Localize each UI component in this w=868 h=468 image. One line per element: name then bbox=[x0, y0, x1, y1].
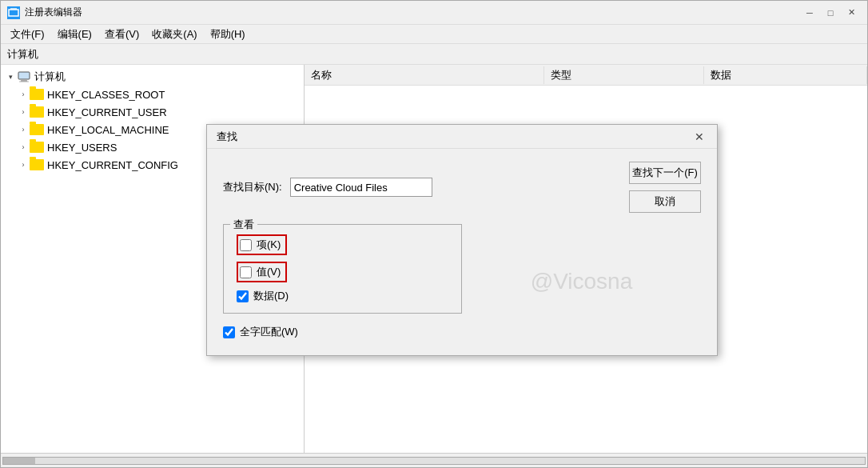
tree-item-label-1: HKEY_CURRENT_USER bbox=[47, 106, 167, 118]
checkbox-item-highlight: 项(K) bbox=[237, 234, 287, 255]
tree-root[interactable]: ▾ 计算机 bbox=[1, 68, 304, 86]
search-label: 查找目标(N): bbox=[223, 180, 282, 194]
col-header-type: 类型 bbox=[544, 66, 704, 84]
folder-icon-1 bbox=[30, 106, 44, 118]
folder-icon-0 bbox=[30, 89, 44, 100]
tree-item-label-4: HKEY_CURRENT_CONFIG bbox=[47, 159, 178, 171]
checkbox-row-item: 项(K) bbox=[237, 234, 448, 255]
tree-item-current-user[interactable]: › HKEY_CURRENT_USER bbox=[1, 103, 304, 121]
dialog-body: 查找目标(N): 查找下一个(F) 取消 查看 bbox=[207, 149, 717, 355]
tree-root-label: 计算机 bbox=[34, 70, 66, 84]
folder-icon-2 bbox=[30, 124, 44, 135]
find-dialog: 查找 ✕ 查找目标(N): 查找下一个(F) 取消 bbox=[206, 124, 718, 356]
tree-item-classes-root[interactable]: › HKEY_CLASSES_ROOT bbox=[1, 86, 304, 103]
title-bar: 注册表编辑器 ─ □ ✕ bbox=[1, 1, 867, 25]
tree-item-label-0: HKEY_CLASSES_ROOT bbox=[47, 89, 165, 101]
search-row: 查找目标(N): 查找下一个(F) 取消 bbox=[223, 162, 701, 213]
expand-arrow-3: › bbox=[17, 143, 30, 151]
dialog-title-bar: 查找 ✕ bbox=[207, 125, 717, 149]
menu-bar: 文件(F) 编辑(E) 查看(V) 收藏夹(A) 帮助(H) bbox=[1, 25, 867, 44]
breadcrumb: 计算机 bbox=[1, 44, 867, 65]
svg-rect-1 bbox=[10, 8, 17, 10]
column-headers: 名称 类型 数据 bbox=[305, 65, 867, 86]
col-header-data: 数据 bbox=[704, 66, 867, 84]
window-controls: ─ □ ✕ bbox=[800, 6, 861, 20]
group-and-checkbox-area: 查看 项(K) 值(V) bbox=[223, 224, 462, 339]
col-header-name: 名称 bbox=[305, 66, 544, 84]
checkbox-value-label: 值(V) bbox=[257, 265, 281, 279]
checkbox-item-label: 项(K) bbox=[257, 238, 281, 252]
close-button[interactable]: ✕ bbox=[842, 6, 861, 20]
expand-arrow-1: › bbox=[17, 108, 30, 116]
tree-item-label-2: HKEY_LOCAL_MACHINE bbox=[47, 124, 169, 136]
watermark-area: @Vicosna bbox=[462, 224, 701, 339]
find-next-button[interactable]: 查找下一个(F) bbox=[629, 162, 701, 184]
cancel-button[interactable]: 取消 bbox=[629, 190, 701, 213]
expand-arrow-0: › bbox=[17, 90, 30, 98]
folder-icon-4 bbox=[30, 159, 44, 170]
expand-arrow-2: › bbox=[17, 126, 30, 134]
checkbox-row-data: 数据(D) bbox=[237, 289, 448, 303]
minimize-button[interactable]: ─ bbox=[800, 6, 819, 20]
menu-view[interactable]: 查看(V) bbox=[98, 26, 145, 43]
menu-edit[interactable]: 编辑(E) bbox=[51, 26, 98, 43]
checkbox-value[interactable] bbox=[240, 266, 252, 278]
menu-file[interactable]: 文件(F) bbox=[4, 26, 51, 43]
dialog-title: 查找 bbox=[217, 130, 691, 144]
window-title: 注册表编辑器 bbox=[25, 6, 800, 19]
scrollbar-thumb bbox=[3, 458, 35, 464]
svg-rect-4 bbox=[19, 82, 29, 82]
checkbox-data-label: 数据(D) bbox=[253, 289, 289, 303]
folder-icon-3 bbox=[30, 142, 44, 153]
computer-icon bbox=[17, 71, 31, 82]
svg-rect-2 bbox=[18, 72, 30, 79]
tree-item-label-3: HKEY_USERS bbox=[47, 142, 117, 154]
checkbox-data[interactable] bbox=[237, 290, 249, 302]
checkbox-fullmatch-label: 全字匹配(W) bbox=[240, 325, 298, 339]
breadcrumb-text: 计算机 bbox=[7, 47, 38, 62]
menu-help[interactable]: 帮助(H) bbox=[204, 26, 252, 43]
dialog-close-button[interactable]: ✕ bbox=[691, 129, 707, 145]
checkbox-value-highlight: 值(V) bbox=[237, 262, 287, 282]
expand-arrow-4: › bbox=[17, 161, 30, 169]
app-icon bbox=[7, 6, 20, 19]
group-label: 查看 bbox=[230, 218, 257, 232]
menu-favorites[interactable]: 收藏夹(A) bbox=[145, 26, 203, 43]
expand-arrow-root: ▾ bbox=[4, 73, 17, 81]
checkbox-item[interactable] bbox=[240, 239, 252, 251]
scrollbar-track[interactable] bbox=[2, 457, 866, 465]
bottom-scrollbar[interactable] bbox=[1, 453, 867, 467]
checkbox-row-fullmatch: 全字匹配(W) bbox=[223, 325, 462, 339]
maximize-button[interactable]: □ bbox=[821, 6, 840, 20]
look-in-group: 查看 项(K) 值(V) bbox=[223, 224, 462, 314]
checkbox-row-value: 值(V) bbox=[237, 262, 448, 282]
dialog-buttons: 查找下一个(F) 取消 bbox=[629, 162, 701, 213]
checkbox-fullmatch[interactable] bbox=[223, 326, 235, 338]
lower-area: 查看 项(K) 值(V) bbox=[223, 224, 701, 339]
svg-rect-0 bbox=[9, 10, 18, 16]
search-input[interactable] bbox=[290, 178, 432, 197]
watermark: @Vicosna bbox=[531, 269, 633, 294]
